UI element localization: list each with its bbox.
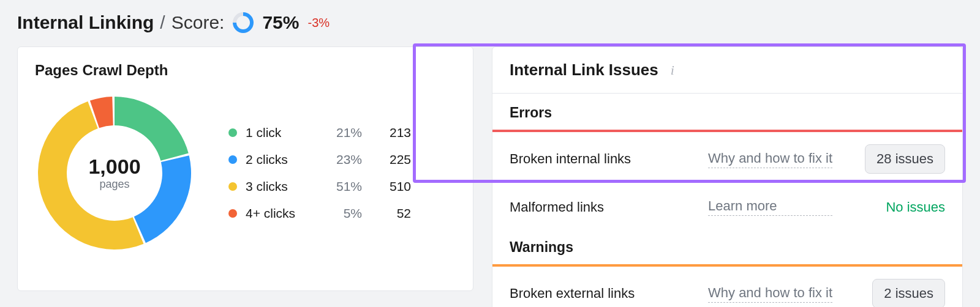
legend-percent: 23% [322, 152, 362, 167]
legend-row[interactable]: 1 click21%213 [228, 119, 411, 146]
page-header: Internal Linking / Score: 75% -3% [17, 12, 963, 33]
issue-name: Broken internal links [510, 151, 693, 167]
issue-count-badge[interactable]: 28 issues [865, 144, 945, 174]
issues-card-title: Internal Link Issues [510, 61, 658, 80]
issue-name: Malformed links [510, 199, 693, 215]
internal-link-issues-card: Internal Link Issues i Errors Broken int… [492, 46, 963, 307]
issue-row: Broken internal linksWhy and how to fix … [492, 132, 962, 186]
donut-total-value: 1,000 [88, 156, 140, 177]
legend-dot-icon [228, 182, 237, 191]
crawl-depth-legend: 1 click21%2132 clicks23%2253 clicks51%51… [228, 119, 411, 227]
issue-hint-link[interactable]: Why and how to fix it [708, 285, 832, 303]
issue-name: Broken external links [510, 286, 693, 301]
issue-result: 28 issues [847, 144, 945, 174]
breadcrumb-separator: / [160, 12, 165, 33]
legend-percent: 5% [322, 206, 362, 221]
legend-label: 1 click [246, 125, 313, 140]
legend-row[interactable]: 2 clicks23%225 [228, 146, 411, 173]
legend-dot-icon [228, 209, 237, 218]
legend-label: 2 clicks [246, 152, 313, 167]
crawl-depth-card: Pages Crawl Depth 1,000 pages 1 click21%… [17, 46, 473, 291]
issue-result: No issues [847, 199, 945, 215]
legend-count: 510 [371, 179, 411, 194]
info-icon[interactable]: i [666, 64, 679, 77]
legend-count: 225 [371, 152, 411, 167]
score-label: Score: [172, 12, 225, 33]
legend-label: 4+ clicks [246, 206, 313, 221]
legend-count: 52 [371, 206, 411, 221]
page-title: Internal Linking [17, 12, 154, 33]
crawl-depth-title: Pages Crawl Depth [35, 62, 456, 79]
issue-row: Broken external linksWhy and how to fix … [492, 267, 962, 307]
issue-result: 2 issues [847, 279, 945, 307]
score-value: 75% [262, 12, 299, 33]
issue-row: Malformed linksLearn moreNo issues [492, 186, 962, 228]
crawl-depth-donut-chart: 1,000 pages [35, 94, 194, 253]
no-issues-label: No issues [886, 199, 945, 215]
warnings-section-title: Warnings [492, 228, 962, 264]
score-ring-icon [233, 12, 254, 33]
legend-percent: 21% [322, 125, 362, 140]
issue-hint-link[interactable]: Learn more [708, 198, 832, 216]
legend-dot-icon [228, 128, 237, 137]
errors-section-title: Errors [492, 94, 962, 130]
issue-hint-link[interactable]: Why and how to fix it [708, 150, 832, 168]
legend-row[interactable]: 3 clicks51%510 [228, 173, 411, 200]
donut-total-label: pages [99, 178, 129, 191]
issue-count-badge[interactable]: 2 issues [872, 279, 945, 307]
legend-row[interactable]: 4+ clicks5%52 [228, 200, 411, 227]
legend-dot-icon [228, 155, 237, 164]
legend-count: 213 [371, 125, 411, 140]
legend-percent: 51% [322, 179, 362, 194]
legend-label: 3 clicks [246, 179, 313, 194]
score-delta: -3% [307, 16, 330, 30]
